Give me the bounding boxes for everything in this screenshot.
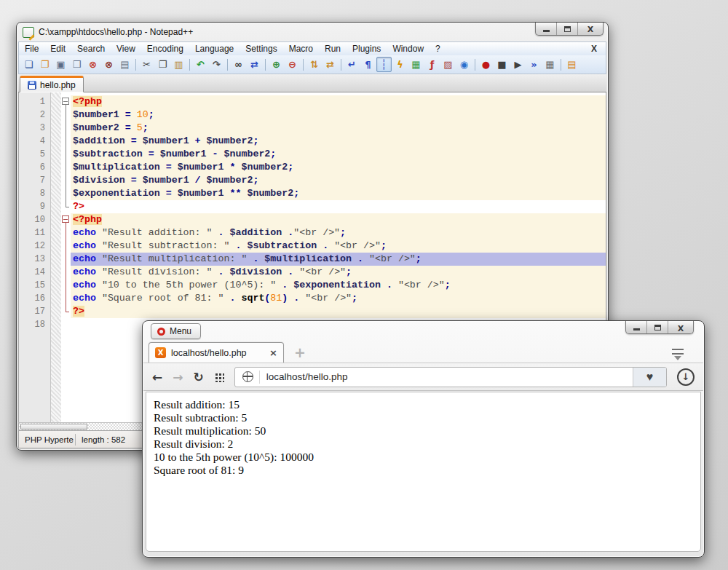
- fold-margin[interactable]: [61, 213, 71, 226]
- browser-tab-localhost[interactable]: localhost/hello.php ×: [149, 342, 284, 363]
- menu-encoding[interactable]: Encoding: [141, 42, 189, 55]
- reload-button[interactable]: ↻: [194, 370, 204, 384]
- menu-window[interactable]: Window: [387, 42, 430, 55]
- code-token: $addition: [73, 135, 125, 146]
- code-token: echo: [73, 280, 96, 290]
- tab-close-icon[interactable]: ×: [269, 347, 277, 358]
- close-button[interactable]: [668, 321, 693, 333]
- code-line-2[interactable]: 2$number1 = 10;: [19, 108, 606, 122]
- opera-menu-button[interactable]: Menu: [151, 323, 201, 339]
- menu-close-doc-button[interactable]: X: [582, 44, 606, 54]
- code-line-12[interactable]: 12echo "Result subtraction: " . $subtrac…: [19, 240, 606, 253]
- macro-run-multiple-icon[interactable]: »: [526, 57, 542, 72]
- desktop: C:\xampp\htdocs\hello.php - Notepad++ Fi…: [0, 0, 728, 570]
- function-list-icon[interactable]: ƒ: [424, 57, 440, 72]
- copy-icon[interactable]: ❐: [155, 57, 170, 72]
- code-line-6[interactable]: 6$multiplication = $number1 * $number2;: [19, 161, 606, 174]
- fold-margin[interactable]: [61, 95, 71, 108]
- replace-icon[interactable]: ⇄: [247, 57, 262, 72]
- forward-button[interactable]: →: [173, 370, 183, 384]
- sync-vertical-icon[interactable]: ⇅: [306, 57, 322, 72]
- code-line-1[interactable]: 1<?php: [19, 95, 606, 108]
- speed-dial-icon[interactable]: [214, 372, 224, 382]
- indent-guide-icon[interactable]: ┆: [376, 57, 392, 72]
- document-monitor-icon[interactable]: ◉: [456, 57, 472, 72]
- zoom-in-icon[interactable]: ⊕: [269, 57, 284, 72]
- line-number: 6: [19, 161, 51, 174]
- url-bar[interactable]: localhost/hello.php ♥: [234, 367, 667, 387]
- menu-plugins[interactable]: Plugins: [347, 42, 387, 55]
- close-button[interactable]: [578, 23, 603, 35]
- show-all-chars-icon[interactable]: ¶: [360, 57, 376, 72]
- macro-save-icon[interactable]: ▦: [542, 57, 558, 72]
- horizontal-scrollbar-thumb[interactable]: [20, 424, 87, 430]
- bookmark-margin: [51, 279, 61, 292]
- code-line-10[interactable]: 10<?php: [19, 213, 606, 226]
- find-icon[interactable]: ∞: [231, 57, 246, 72]
- menu-language[interactable]: Language: [189, 42, 240, 55]
- notepadpp-titlebar[interactable]: C:\xampp\htdocs\hello.php - Notepad++: [18, 23, 606, 41]
- word-wrap-icon[interactable]: ↵: [344, 57, 360, 72]
- save-icon[interactable]: ▣: [53, 57, 68, 72]
- menu-file[interactable]: File: [19, 42, 44, 55]
- menu-help[interactable]: ?: [430, 42, 446, 55]
- folder-as-workspace-icon[interactable]: ▨: [440, 57, 456, 72]
- code-text: echo "10 to the 5th power (10^5): " . $e…: [71, 279, 606, 292]
- macro-record-icon[interactable]: ●: [478, 57, 494, 72]
- print-icon[interactable]: ▤: [117, 57, 132, 72]
- download-button[interactable]: ↓: [677, 368, 695, 386]
- code-line-4[interactable]: 4$addition = $number1 + $number2;: [19, 135, 606, 148]
- user-defined-language-icon[interactable]: ϟ: [392, 57, 408, 72]
- redo-icon[interactable]: ↷: [209, 57, 224, 72]
- new-tab-button[interactable]: +: [292, 344, 308, 360]
- code-line-15[interactable]: 15echo "10 to the 5th power (10^5): " . …: [19, 279, 606, 292]
- code-line-14[interactable]: 14echo "Result division: " . $division .…: [19, 266, 606, 279]
- code-line-11[interactable]: 11echo "Result addition: " . $addition .…: [19, 226, 606, 240]
- close-all-icon[interactable]: ⊗: [101, 57, 116, 72]
- menu-macro[interactable]: Macro: [283, 42, 319, 55]
- fold-collapse-icon[interactable]: [62, 215, 69, 223]
- minimize-button[interactable]: [626, 321, 647, 333]
- macro-stop-icon[interactable]: ■: [494, 57, 510, 72]
- tab-menu-button[interactable]: [670, 349, 685, 360]
- minimize-button[interactable]: [536, 23, 557, 35]
- open-file-icon[interactable]: ❐: [37, 57, 52, 72]
- menu-search[interactable]: Search: [71, 42, 111, 55]
- sync-horizontal-icon[interactable]: ⇄: [323, 57, 338, 72]
- code-line-8[interactable]: 8$exponentiation = $number1 ** $number2;: [19, 187, 606, 200]
- new-file-icon[interactable]: ❏: [21, 57, 36, 72]
- fold-collapse-icon[interactable]: [62, 98, 69, 105]
- close-file-icon[interactable]: ⊗: [85, 57, 100, 72]
- code-line-7[interactable]: 7$division = $number1 / $number2;: [19, 174, 606, 187]
- document-map-icon[interactable]: ▦: [408, 57, 424, 72]
- code-line-5[interactable]: 5$subtraction = $number1 - $number2;: [19, 148, 606, 161]
- fold-margin: [61, 122, 71, 135]
- zoom-out-icon[interactable]: ⊖: [285, 57, 300, 72]
- menu-view[interactable]: View: [111, 42, 141, 55]
- restore-button[interactable]: [557, 23, 578, 35]
- cut-icon[interactable]: ✂: [139, 57, 154, 72]
- minimize-icon: [633, 328, 640, 330]
- show-panels-icon[interactable]: ▤: [564, 57, 579, 72]
- save-all-icon[interactable]: ❒: [69, 57, 84, 72]
- bookmark-heart-button[interactable]: ♥: [633, 368, 666, 387]
- undo-icon[interactable]: ↶: [193, 57, 208, 72]
- code-text: $number2 = 5;: [71, 122, 606, 135]
- code-token: $number1: [73, 109, 119, 120]
- back-button[interactable]: ←: [152, 370, 162, 384]
- url-text[interactable]: localhost/hello.php: [266, 371, 633, 382]
- code-token: [137, 175, 143, 186]
- paste-icon[interactable]: ▥: [171, 57, 186, 72]
- restore-button[interactable]: [647, 321, 668, 333]
- menu-settings[interactable]: Settings: [240, 42, 282, 55]
- code-line-9[interactable]: 9?>: [19, 200, 606, 213]
- code-line-17[interactable]: 17?>: [19, 305, 606, 318]
- macro-play-icon[interactable]: ▶: [510, 57, 526, 72]
- code-line-16[interactable]: 16echo "Square root of 81: " . sqrt(81) …: [19, 292, 606, 305]
- code-line-13[interactable]: 13echo "Result multiplication: " . $mult…: [19, 253, 606, 266]
- code-line-3[interactable]: 3$number2 = 5;: [19, 122, 606, 135]
- menu-edit[interactable]: Edit: [44, 42, 71, 55]
- menu-run[interactable]: Run: [319, 42, 347, 55]
- tab-hello-php[interactable]: hello.php: [20, 76, 84, 92]
- code-token: [154, 149, 160, 159]
